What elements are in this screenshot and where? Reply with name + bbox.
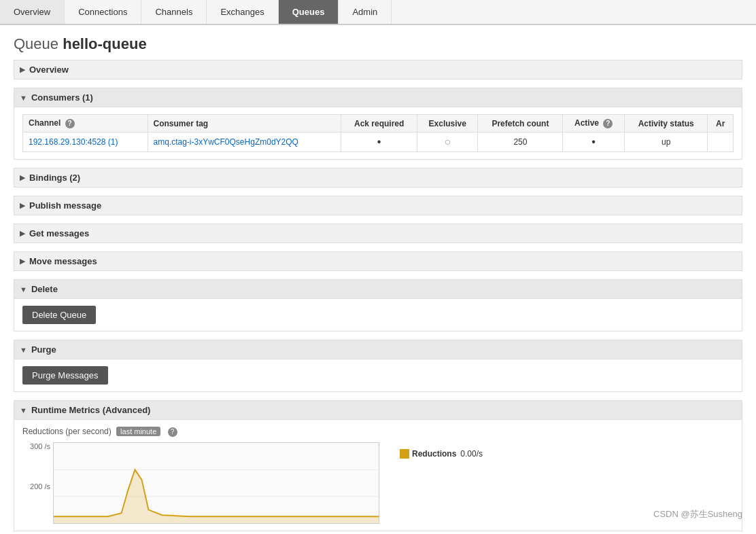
chart-wrapper: 300 /s 200 /s bbox=[22, 442, 379, 524]
cell-exclusive: ○ bbox=[417, 132, 478, 152]
bindings-section: ▶ Bindings (2) bbox=[14, 168, 742, 188]
consumers-section: ▼ Consumers (1) Channel ? Consumer tag A… bbox=[14, 88, 742, 160]
nav-queues[interactable]: Queues bbox=[279, 0, 339, 24]
cell-channel: 192.168.29.130:4528 (1) bbox=[23, 132, 148, 152]
chart-area bbox=[53, 442, 379, 524]
bindings-arrow-icon: ▶ bbox=[20, 173, 25, 182]
consumers-section-body: Channel ? Consumer tag Ack required Excl… bbox=[14, 107, 742, 160]
y-label-mid: 200 /s bbox=[22, 482, 50, 491]
page-content: Queue hello-queue ▶ Overview ▼ Consumers… bbox=[0, 25, 756, 534]
delete-section: ▼ Delete Delete Queue bbox=[14, 279, 742, 332]
purge-section: ▼ Purge Purge Messages bbox=[14, 340, 742, 392]
chart-right: Reductions 0.00/s bbox=[400, 442, 491, 459]
cell-prefetch-count: 250 bbox=[478, 132, 563, 152]
queue-label: Queue bbox=[14, 35, 58, 52]
delete-section-header[interactable]: ▼ Delete bbox=[14, 279, 742, 299]
consumers-section-title: Consumers (1) bbox=[31, 92, 93, 103]
move-messages-section-title: Move messages bbox=[29, 256, 97, 266]
publish-section-title: Publish message bbox=[29, 200, 101, 211]
get-messages-arrow-icon: ▶ bbox=[20, 229, 25, 238]
chart-container: 300 /s 200 /s bbox=[22, 442, 734, 524]
legend-label-reductions: Reductions bbox=[412, 449, 456, 459]
delete-queue-button[interactable]: Delete Queue bbox=[22, 306, 96, 324]
timeframe-badge[interactable]: last minute bbox=[116, 427, 160, 436]
runtime-section-header[interactable]: ▼ Runtime Metrics (Advanced) bbox=[14, 400, 742, 420]
legend-value-reductions: 0.00/s bbox=[460, 449, 483, 459]
legend-item-reductions: Reductions 0.00/s bbox=[400, 449, 483, 459]
metrics-help-icon[interactable]: ? bbox=[168, 427, 177, 437]
active-help-icon[interactable]: ? bbox=[603, 119, 613, 128]
nav-admin[interactable]: Admin bbox=[339, 0, 392, 24]
legend-color-reductions bbox=[400, 449, 409, 459]
get-messages-section-title: Get messages bbox=[29, 228, 89, 238]
purge-section-body: Purge Messages bbox=[14, 359, 742, 392]
active-dot: • bbox=[591, 136, 596, 147]
publish-section: ▶ Publish message bbox=[14, 196, 742, 215]
nav-connections[interactable]: Connections bbox=[65, 0, 141, 24]
exclusive-dot: ○ bbox=[444, 136, 451, 147]
col-activity-status: Activity status bbox=[625, 115, 708, 132]
get-messages-section: ▶ Get messages bbox=[14, 224, 742, 243]
watermark: CSDN @苏生Susheng bbox=[653, 508, 742, 520]
overview-arrow-icon: ▶ bbox=[20, 65, 25, 74]
channel-help-icon[interactable]: ? bbox=[65, 119, 75, 128]
purge-section-header[interactable]: ▼ Purge bbox=[14, 340, 742, 359]
get-messages-section-header[interactable]: ▶ Get messages bbox=[14, 224, 742, 243]
move-messages-section-header[interactable]: ▶ Move messages bbox=[14, 251, 742, 271]
reductions-sparkline bbox=[54, 443, 379, 523]
cell-consumer-tag: amq.ctag-i-3xYwCF0QseHgZm0dY2QQ bbox=[148, 132, 341, 152]
overview-section: ▶ Overview bbox=[14, 60, 742, 79]
nav-exchanges[interactable]: Exchanges bbox=[207, 0, 278, 24]
consumer-tag-link[interactable]: amq.ctag-i-3xYwCF0QseHgZm0dY2QQ bbox=[154, 137, 298, 147]
consumers-table: Channel ? Consumer tag Ack required Excl… bbox=[22, 114, 734, 152]
col-ack-required: Ack required bbox=[341, 115, 417, 132]
col-prefetch-count: Prefetch count bbox=[478, 115, 563, 132]
cell-active: • bbox=[563, 132, 625, 152]
cell-activity-status: up bbox=[625, 132, 708, 152]
y-axis: 300 /s 200 /s bbox=[22, 442, 53, 524]
reductions-label: Reductions (per second) bbox=[22, 427, 111, 436]
bindings-section-title: Bindings (2) bbox=[29, 173, 80, 183]
ack-required-dot: • bbox=[377, 136, 381, 147]
col-channel: Channel ? bbox=[23, 115, 148, 132]
cell-ack-required: • bbox=[341, 132, 417, 152]
col-consumer-tag: Consumer tag bbox=[148, 115, 341, 132]
col-exclusive: Exclusive bbox=[417, 115, 478, 132]
table-row: 192.168.29.130:4528 (1) amq.ctag-i-3xYwC… bbox=[23, 132, 734, 152]
move-messages-section: ▶ Move messages bbox=[14, 251, 742, 271]
nav-overview[interactable]: Overview bbox=[0, 0, 65, 24]
purge-arrow-icon: ▼ bbox=[20, 346, 27, 354]
consumers-section-header[interactable]: ▼ Consumers (1) bbox=[14, 88, 742, 107]
bindings-section-header[interactable]: ▶ Bindings (2) bbox=[14, 168, 742, 188]
publish-arrow-icon: ▶ bbox=[20, 201, 25, 210]
purge-section-title: Purge bbox=[31, 344, 56, 355]
cell-ar bbox=[708, 132, 734, 152]
overview-section-title: Overview bbox=[29, 65, 69, 75]
col-active: Active ? bbox=[563, 115, 625, 132]
runtime-section: ▼ Runtime Metrics (Advanced) Reductions … bbox=[14, 400, 742, 531]
y-label-top: 300 /s bbox=[22, 442, 50, 450]
top-navigation: Overview Connections Channels Exchanges … bbox=[0, 0, 756, 25]
overview-section-header[interactable]: ▶ Overview bbox=[14, 60, 742, 79]
delete-section-title: Delete bbox=[31, 284, 58, 294]
runtime-section-body: Reductions (per second) last minute ? 30… bbox=[14, 420, 742, 531]
queue-name-text: hello-queue bbox=[63, 35, 146, 52]
runtime-section-title: Runtime Metrics (Advanced) bbox=[31, 405, 151, 415]
move-messages-arrow-icon: ▶ bbox=[20, 257, 25, 266]
col-ar: Ar bbox=[708, 115, 734, 132]
metrics-label: Reductions (per second) last minute ? bbox=[22, 427, 734, 437]
consumers-arrow-icon: ▼ bbox=[20, 94, 27, 102]
nav-channels[interactable]: Channels bbox=[141, 0, 207, 24]
channel-link[interactable]: 192.168.29.130:4528 (1) bbox=[29, 137, 118, 147]
publish-section-header[interactable]: ▶ Publish message bbox=[14, 196, 742, 215]
delete-section-body: Delete Queue bbox=[14, 299, 742, 332]
runtime-arrow-icon: ▼ bbox=[20, 406, 27, 414]
delete-arrow-icon: ▼ bbox=[20, 285, 27, 293]
purge-messages-button[interactable]: Purge Messages bbox=[22, 366, 108, 385]
page-title: Queue hello-queue bbox=[14, 35, 742, 53]
